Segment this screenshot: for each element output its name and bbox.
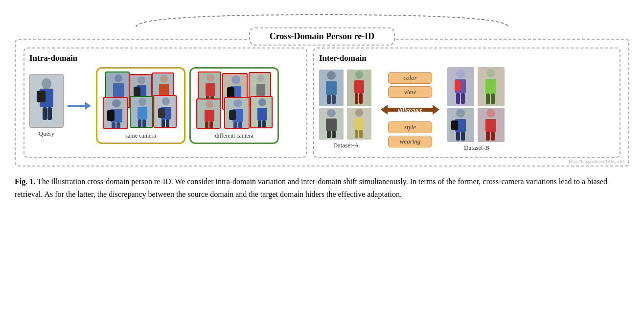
svg-rect-78 — [359, 130, 363, 138]
same-camera-label: same camera — [100, 132, 181, 140]
svg-rect-68 — [359, 93, 363, 104]
svg-rect-93 — [451, 120, 458, 130]
svg-rect-57 — [258, 120, 261, 128]
svg-rect-39 — [227, 87, 234, 98]
svg-point-33 — [207, 74, 214, 82]
svg-rect-94 — [456, 132, 460, 141]
svg-point-6 — [115, 74, 122, 82]
svg-rect-49 — [209, 121, 213, 128]
svg-point-50 — [233, 99, 242, 107]
svg-rect-82 — [455, 80, 460, 91]
svg-rect-98 — [485, 119, 496, 132]
svg-rect-95 — [461, 132, 465, 141]
difference-area: color view difference style wearing — [376, 72, 444, 147]
svg-rect-54 — [238, 122, 242, 128]
svg-rect-43 — [256, 84, 265, 96]
svg-rect-61 — [326, 81, 337, 95]
dataset-b-box: Dataset-B — [447, 67, 506, 152]
svg-rect-3 — [37, 91, 46, 102]
query-image — [29, 74, 64, 128]
svg-rect-27 — [142, 119, 146, 127]
svg-rect-99 — [486, 132, 490, 141]
svg-rect-67 — [355, 93, 358, 104]
dataset-a-box: Dataset-A — [319, 70, 373, 149]
svg-rect-21 — [107, 110, 115, 121]
svg-point-10 — [138, 76, 145, 84]
query-arrow — [68, 98, 92, 113]
wearing-tag: wearing — [388, 136, 432, 147]
svg-rect-23 — [116, 122, 120, 128]
svg-rect-56 — [257, 108, 267, 120]
fig-label: Fig. 1. — [15, 177, 35, 186]
svg-point-15 — [160, 75, 168, 83]
svg-rect-87 — [485, 79, 496, 94]
svg-point-97 — [486, 109, 495, 118]
svg-rect-72 — [327, 131, 331, 138]
intra-title: Intra-domain — [29, 53, 301, 63]
svg-rect-53 — [233, 122, 237, 128]
svg-point-1 — [42, 78, 51, 89]
svg-rect-34 — [206, 83, 215, 96]
svg-point-65 — [355, 71, 363, 79]
svg-rect-22 — [112, 122, 115, 128]
svg-rect-66 — [354, 80, 364, 93]
double-arrow: difference — [381, 102, 439, 117]
inter-content: Dataset-A color view difference style we… — [319, 67, 615, 152]
svg-rect-7 — [113, 83, 124, 97]
diagram-area: Intra-domain Quer — [15, 39, 629, 167]
svg-point-60 — [327, 71, 336, 80]
diff-camera-label: different camera — [194, 132, 275, 140]
svg-rect-84 — [461, 93, 465, 104]
svg-rect-32 — [166, 119, 169, 127]
svg-point-70 — [327, 109, 336, 117]
view-tag: view — [388, 86, 432, 98]
svg-rect-62 — [327, 95, 331, 104]
svg-rect-30 — [158, 108, 165, 118]
svg-rect-4 — [43, 107, 47, 120]
inter-title: Inter-domain — [319, 53, 615, 63]
svg-rect-73 — [332, 131, 336, 138]
svg-rect-89 — [491, 94, 495, 104]
svg-rect-83 — [456, 93, 460, 104]
difference-label: difference — [398, 106, 422, 113]
svg-rect-5 — [47, 107, 52, 120]
dataset-b-label: Dataset-B — [464, 144, 489, 152]
svg-point-19 — [112, 99, 121, 107]
watermark: https://blog.csdn.net/GUeyerID — [569, 159, 624, 164]
same-camera-box: same camera — [96, 67, 185, 144]
svg-rect-71 — [326, 119, 337, 131]
query-label: Query — [39, 130, 55, 138]
caption-text: The illustration cross-domain person re-… — [15, 177, 607, 198]
svg-point-28 — [162, 97, 170, 105]
style-tag: style — [388, 121, 432, 133]
svg-rect-47 — [205, 110, 214, 121]
svg-point-46 — [206, 100, 213, 108]
svg-rect-100 — [491, 132, 495, 141]
svg-rect-76 — [354, 118, 364, 130]
title-container: Cross-Domain Person re-ID — [15, 27, 629, 46]
svg-point-55 — [258, 98, 266, 106]
svg-point-80 — [456, 69, 465, 78]
svg-rect-88 — [486, 94, 490, 104]
color-tag: color — [388, 72, 432, 84]
svg-rect-12 — [134, 87, 140, 96]
dataset-a-label: Dataset-A — [333, 142, 359, 149]
svg-point-24 — [138, 98, 146, 106]
svg-rect-52 — [229, 110, 236, 120]
svg-rect-26 — [138, 119, 141, 127]
svg-point-75 — [355, 109, 363, 117]
diff-camera-box: different camera — [189, 67, 279, 144]
svg-point-42 — [257, 74, 264, 82]
svg-rect-31 — [161, 119, 165, 127]
inter-panel: Inter-domain — [313, 48, 621, 158]
svg-rect-77 — [355, 130, 358, 138]
svg-point-86 — [486, 69, 495, 77]
main-title: Cross-Domain Person re-ID — [249, 27, 395, 46]
intra-content: Query — [29, 67, 301, 144]
intra-panel: Intra-domain Quer — [23, 48, 307, 158]
svg-point-91 — [456, 109, 465, 118]
caption: Fig. 1. The illustration cross-domain pe… — [15, 175, 629, 200]
query-box: Query — [29, 74, 64, 138]
svg-rect-48 — [205, 121, 208, 128]
svg-rect-58 — [262, 120, 266, 128]
